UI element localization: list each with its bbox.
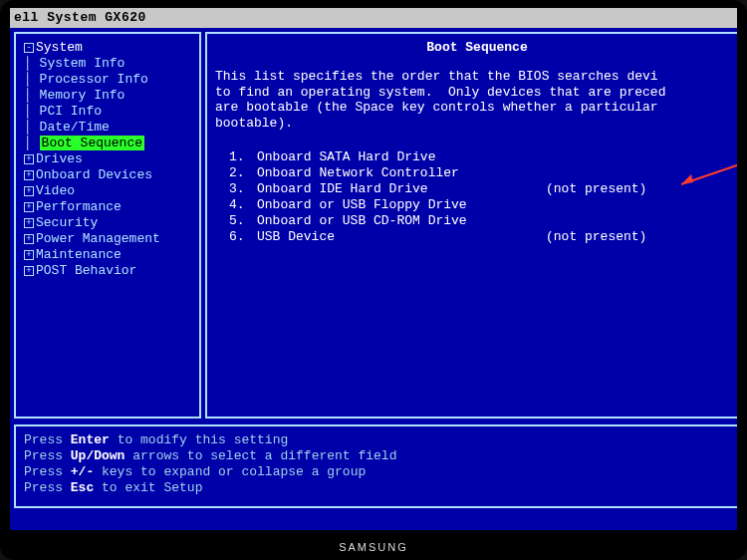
boot-name: USB Device (257, 229, 546, 245)
boot-item-2[interactable]: 2.Onboard Network Controller (229, 165, 737, 181)
boot-index: 4. (229, 197, 257, 213)
nav-group-post-behavior[interactable]: +POST Behavior (24, 263, 191, 279)
expand-icon[interactable]: + (24, 250, 34, 260)
key-updown: Up/Down (71, 448, 125, 463)
nav-group-drives[interactable]: +Drives (24, 151, 191, 167)
nav-label: System (36, 40, 83, 56)
nav-group-video[interactable]: +Video (24, 183, 191, 199)
expand-icon[interactable]: + (24, 170, 34, 180)
nav-label: PCI Info (40, 104, 102, 120)
boot-item-4[interactable]: 4.Onboard or USB Floppy Drive (229, 197, 737, 213)
nav-group-system[interactable]: - System (24, 40, 191, 56)
content-panel: Boot Sequence This list specifies the or… (205, 32, 737, 419)
boot-index: 5. (229, 213, 257, 229)
nav-label: Onboard Devices (36, 167, 152, 183)
nav-item-system-info[interactable]: System Info (24, 56, 191, 72)
nav-label: System Info (40, 56, 125, 72)
nav-label: Memory Info (40, 88, 125, 104)
boot-item-3[interactable]: 3.Onboard IDE Hard Drive(not present) (229, 181, 737, 197)
nav-item-processor-info[interactable]: Processor Info (24, 72, 191, 88)
boot-status: (not present) (546, 229, 646, 245)
nav-group-onboard-devices[interactable]: +Onboard Devices (24, 167, 191, 183)
nav-label: Maintenance (36, 247, 122, 263)
boot-item-1[interactable]: 1.Onboard SATA Hard Drive (229, 149, 737, 165)
boot-name: Onboard SATA Hard Drive (257, 149, 546, 165)
title-bar: ell System GX620 (10, 8, 737, 28)
workspace: - System System Info Processor Info Memo… (10, 28, 737, 530)
nav-label: Drives (36, 151, 83, 167)
nav-label: POST Behavior (36, 263, 136, 279)
nav-item-memory-info[interactable]: Memory Info (24, 88, 191, 104)
help-panel: Press Enter to modify this setting Press… (14, 424, 737, 508)
nav-label: Security (36, 215, 98, 231)
expand-icon[interactable]: + (24, 154, 34, 164)
boot-item-6[interactable]: 6.USB Device(not present) (229, 229, 737, 245)
nav-group-performance[interactable]: +Performance (24, 199, 191, 215)
page-description: This list specifies the order that the B… (215, 69, 737, 131)
nav-label: Date/Time (40, 120, 110, 136)
boot-name: Onboard Network Controller (257, 165, 546, 181)
help-line-enter: Press Enter to modify this setting (24, 432, 737, 448)
expand-icon[interactable]: + (24, 218, 34, 228)
boot-index: 1. (229, 149, 257, 165)
monitor-frame: ell System GX620 - System System Info Pr… (0, 0, 747, 560)
help-line-esc: Press Esc to exit Setup (24, 480, 737, 496)
expand-icon[interactable]: + (24, 202, 34, 212)
key-esc: Esc (71, 480, 94, 495)
boot-name: Onboard or USB CD-ROM Drive (257, 213, 546, 229)
help-line-updown: Press Up/Down arrows to select a differe… (24, 448, 737, 464)
page-title: Boot Sequence (215, 40, 737, 56)
boot-status: (not present) (546, 181, 646, 197)
key-enter: Enter (71, 432, 110, 447)
boot-name: Onboard or USB Floppy Drive (257, 197, 546, 213)
expand-icon[interactable]: + (24, 186, 34, 196)
boot-name: Onboard IDE Hard Drive (257, 181, 546, 197)
nav-group-security[interactable]: +Security (24, 215, 191, 231)
nav-panel: - System System Info Processor Info Memo… (14, 32, 201, 419)
help-line-plusminus: Press +/- keys to expand or collapse a g… (24, 464, 737, 480)
monitor-brand-label: SAMSUNG (339, 541, 408, 554)
nav-label: Performance (36, 199, 122, 215)
nav-label: Processor Info (40, 72, 148, 88)
nav-item-pci-info[interactable]: PCI Info (24, 104, 191, 120)
nav-group-power-management[interactable]: +Power Management (24, 231, 191, 247)
expand-icon[interactable]: + (24, 266, 34, 276)
nav-label: Video (36, 183, 75, 199)
nav-item-boot-sequence[interactable]: Boot Sequence (24, 136, 191, 151)
nav-label: Power Management (36, 231, 160, 247)
boot-sequence-list[interactable]: 1.Onboard SATA Hard Drive 2.Onboard Netw… (215, 149, 737, 245)
nav-label: Boot Sequence (40, 136, 144, 151)
title-bar-text: ell System GX620 (14, 10, 146, 25)
boot-index: 6. (229, 229, 257, 245)
bios-screen: ell System GX620 - System System Info Pr… (10, 8, 737, 530)
expand-icon[interactable]: + (24, 234, 34, 244)
nav-group-maintenance[interactable]: +Maintenance (24, 247, 191, 263)
collapse-icon[interactable]: - (24, 43, 34, 53)
boot-index: 2. (229, 165, 257, 181)
boot-item-5[interactable]: 5.Onboard or USB CD-ROM Drive (229, 213, 737, 229)
boot-index: 3. (229, 181, 257, 197)
nav-item-date-time[interactable]: Date/Time (24, 120, 191, 136)
key-plusminus: +/- (71, 464, 94, 479)
